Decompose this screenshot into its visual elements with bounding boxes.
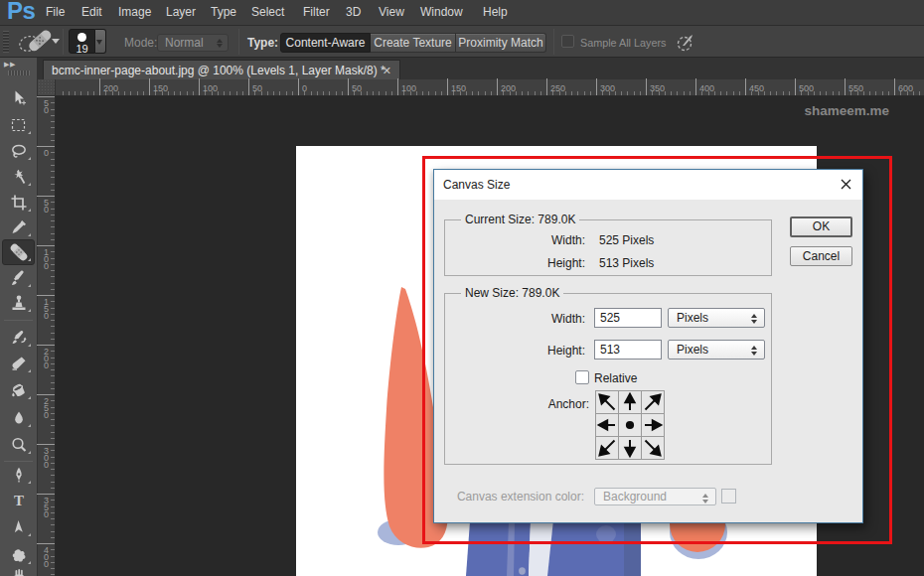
svg-text:T: T bbox=[14, 493, 24, 508]
